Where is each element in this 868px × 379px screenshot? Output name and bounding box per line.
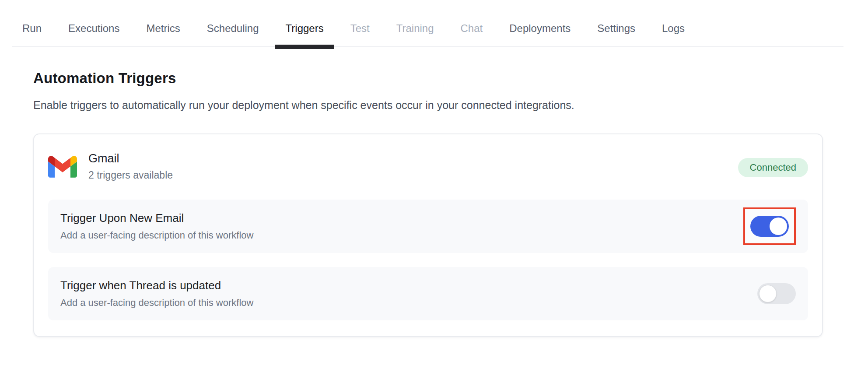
page-description: Enable triggers to automatically run you… <box>33 99 823 112</box>
trigger-row-text: Trigger Upon New EmailAdd a user-facing … <box>60 211 253 241</box>
trigger-description: Add a user-facing description of this wo… <box>60 297 253 309</box>
tab-scheduling[interactable]: Scheduling <box>196 22 270 46</box>
trigger-title: Trigger when Thread is updated <box>60 279 253 292</box>
tab-training[interactable]: Training <box>386 22 444 46</box>
trigger-toggle-on[interactable] <box>750 216 789 237</box>
trigger-row: Trigger Upon New EmailAdd a user-facing … <box>48 200 808 253</box>
tab-test[interactable]: Test <box>340 22 380 46</box>
gmail-icon <box>48 156 77 178</box>
toggle-knob <box>759 285 777 302</box>
annotation-highlight-box <box>743 207 796 245</box>
tab-executions[interactable]: Executions <box>58 22 130 46</box>
tab-chat[interactable]: Chat <box>450 22 494 46</box>
tab-settings[interactable]: Settings <box>587 22 646 46</box>
tab-logs[interactable]: Logs <box>651 22 695 46</box>
integration-card: Gmail 2 triggers available Connected Tri… <box>33 133 823 337</box>
integration-info: Gmail 2 triggers available <box>48 152 173 181</box>
status-badge: Connected <box>738 158 808 177</box>
integration-text: Gmail 2 triggers available <box>88 152 173 181</box>
tab-deployments[interactable]: Deployments <box>499 22 581 46</box>
trigger-row: Trigger when Thread is updatedAdd a user… <box>48 267 808 320</box>
toggle-knob <box>770 218 787 235</box>
trigger-title: Trigger Upon New Email <box>60 211 253 225</box>
tab-bar: RunExecutionsMetricsSchedulingTriggersTe… <box>12 0 844 47</box>
trigger-description: Add a user-facing description of this wo… <box>60 230 253 241</box>
trigger-toggle-off[interactable] <box>757 283 796 304</box>
tab-triggers[interactable]: Triggers <box>275 22 334 46</box>
tab-metrics[interactable]: Metrics <box>136 22 190 46</box>
trigger-list: Trigger Upon New EmailAdd a user-facing … <box>48 200 808 320</box>
triggers-page: Automation Triggers Enable triggers to a… <box>33 70 823 337</box>
trigger-row-text: Trigger when Thread is updatedAdd a user… <box>60 279 253 309</box>
integration-name: Gmail <box>88 152 173 165</box>
integration-card-header: Gmail 2 triggers available Connected <box>48 152 808 181</box>
integration-subtitle: 2 triggers available <box>88 169 173 181</box>
page-title: Automation Triggers <box>33 70 823 87</box>
tab-run[interactable]: Run <box>12 22 52 46</box>
